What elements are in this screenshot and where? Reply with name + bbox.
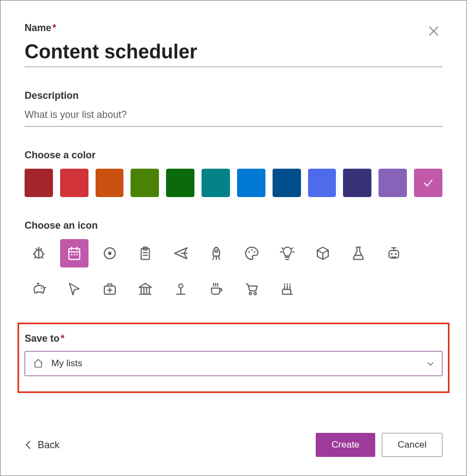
svg-point-15 — [395, 253, 397, 255]
description-section: Description — [25, 90, 442, 127]
coffee-icon — [208, 281, 224, 297]
save-to-dropdown[interactable]: My lists — [25, 351, 442, 376]
color-swatch-row — [25, 169, 442, 197]
home-icon — [33, 358, 44, 369]
icon-swatch-robot[interactable] — [380, 239, 408, 267]
close-button[interactable] — [425, 22, 442, 40]
color-swatch-navy[interactable] — [343, 169, 371, 197]
svg-point-16 — [41, 288, 43, 289]
icon-swatch-coffee[interactable] — [202, 275, 230, 303]
target-icon — [102, 245, 118, 261]
piggybank-icon — [31, 281, 47, 297]
icon-swatch-beaker[interactable] — [344, 239, 373, 267]
cancel-button[interactable]: Cancel — [382, 433, 442, 457]
beaker-icon — [350, 245, 366, 261]
bank-icon — [137, 281, 153, 297]
airplane-icon — [173, 245, 189, 261]
palette-icon — [244, 245, 260, 261]
color-swatch-green[interactable] — [131, 169, 159, 197]
firstaid-icon — [102, 281, 118, 297]
svg-point-11 — [251, 249, 253, 251]
color-swatch-dark-red[interactable] — [25, 169, 53, 197]
icon-swatch-clipboard[interactable] — [131, 239, 159, 267]
icon-swatch-cake[interactable] — [273, 275, 302, 303]
color-swatch-pink[interactable] — [414, 169, 442, 197]
color-swatch-dark-green[interactable] — [166, 169, 194, 197]
check-icon — [422, 177, 434, 189]
choose-color-label: Choose a color — [25, 150, 442, 161]
cursor-icon — [66, 281, 82, 297]
svg-point-20 — [254, 293, 256, 295]
back-label: Back — [38, 439, 60, 451]
icon-swatch-cart[interactable] — [238, 275, 266, 303]
svg-point-9 — [215, 250, 218, 253]
rocket-icon — [208, 245, 224, 261]
icon-swatch-rocket[interactable] — [202, 239, 230, 267]
name-label: Name* — [25, 22, 442, 34]
svg-point-18 — [179, 284, 183, 288]
create-list-dialog: Name* Description Choose a color Choose … — [0, 0, 467, 476]
clipboard-icon — [137, 245, 153, 261]
color-swatch-orange[interactable] — [96, 169, 124, 197]
svg-point-12 — [254, 251, 256, 253]
icon-swatch-pin[interactable] — [167, 275, 195, 303]
save-to-label: Save to* — [25, 333, 442, 344]
icon-swatch-bug[interactable] — [25, 239, 53, 267]
lightbulb-icon — [279, 245, 295, 261]
color-swatch-teal[interactable] — [202, 169, 230, 197]
cart-icon — [244, 281, 260, 297]
icon-swatch-cursor[interactable] — [60, 275, 88, 303]
icon-swatch-grid — [25, 239, 442, 303]
create-button[interactable]: Create — [316, 433, 375, 457]
color-swatch-blue[interactable] — [237, 169, 265, 197]
bug-icon — [31, 245, 47, 261]
icon-swatch-calendar[interactable] — [60, 239, 88, 267]
back-button[interactable]: Back — [25, 439, 60, 451]
icon-swatch-target[interactable] — [96, 239, 124, 267]
icon-swatch-lightbulb[interactable] — [273, 239, 302, 267]
icon-swatch-piggybank[interactable] — [25, 275, 53, 303]
icon-swatch-bank[interactable] — [131, 275, 159, 303]
icon-swatch-cube[interactable] — [309, 239, 337, 267]
description-label: Description — [25, 90, 442, 102]
close-icon — [429, 26, 439, 36]
dialog-footer: Back Create Cancel — [25, 433, 442, 457]
chevron-left-icon — [25, 440, 32, 450]
robot-icon — [386, 245, 402, 261]
icon-swatch-airplane[interactable] — [167, 239, 195, 267]
svg-point-6 — [108, 252, 111, 255]
cake-icon — [279, 281, 295, 297]
color-swatch-indigo[interactable] — [308, 169, 336, 197]
svg-point-19 — [250, 293, 252, 295]
svg-point-10 — [249, 251, 250, 253]
choose-icon-label: Choose an icon — [25, 220, 442, 231]
icon-swatch-palette[interactable] — [238, 239, 266, 267]
cube-icon — [315, 245, 331, 261]
description-input[interactable] — [25, 106, 442, 127]
save-to-highlight: Save to* My lists — [17, 323, 450, 393]
choose-icon-section: Choose an icon — [25, 220, 442, 303]
color-swatch-dark-blue[interactable] — [273, 169, 301, 197]
svg-rect-3 — [74, 254, 75, 255]
svg-point-14 — [391, 253, 393, 255]
svg-rect-2 — [71, 254, 73, 255]
icon-swatch-firstaid[interactable] — [96, 275, 124, 303]
color-swatch-red[interactable] — [60, 169, 88, 197]
svg-rect-4 — [76, 254, 78, 255]
calendar-icon — [66, 245, 82, 261]
name-input[interactable] — [25, 38, 442, 67]
chevron-down-icon — [427, 360, 434, 367]
choose-color-section: Choose a color — [25, 150, 442, 197]
pin-icon — [173, 281, 189, 297]
save-to-value: My lists — [51, 358, 419, 369]
color-swatch-purple[interactable] — [379, 169, 407, 197]
